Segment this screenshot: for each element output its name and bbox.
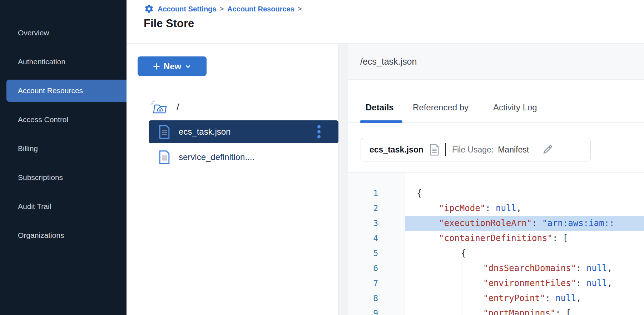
file-name-label: ecs_task.json xyxy=(370,145,423,155)
code-text: "dnsSearchDomains": null, xyxy=(405,261,644,276)
breadcrumb-separator: > xyxy=(220,5,224,13)
code-text: "environmentFiles": null, xyxy=(405,276,644,291)
file-usage-card: ecs_task.json File Usage: Manifest xyxy=(361,138,591,161)
sidebar-item-organizations[interactable]: Organizations xyxy=(0,224,127,246)
file-detail-panel: /ecs_task.json Details Referenced by Act… xyxy=(348,44,644,315)
code-lines: 1 { 2 "ipcMode": null, 3 "executionRoleA… xyxy=(348,186,644,315)
code-line: 7 "environmentFiles": null, xyxy=(348,276,644,291)
sidebar-item-authentication[interactable]: Authentication xyxy=(0,51,127,73)
chevron-down-icon xyxy=(184,63,192,70)
code-line-highlighted: 3 "executionRoleArn": "arn:aws:iam:: xyxy=(348,216,644,231)
root-folder-row[interactable]: / xyxy=(150,99,179,115)
code-line: 1 { xyxy=(348,186,644,201)
code-line: 9 "portMappings": [ xyxy=(348,306,644,315)
code-text: "ipcMode": null, xyxy=(405,201,644,216)
code-text: "containerDefinitions": [ xyxy=(405,231,644,246)
code-line: 8 "entryPoint": null, xyxy=(348,291,644,306)
code-text: { xyxy=(405,186,644,201)
file-row[interactable]: ecs_task.json xyxy=(149,120,338,143)
line-number: 3 xyxy=(348,216,405,231)
breadcrumb-link-account-resources[interactable]: Account Resources xyxy=(227,5,294,13)
pencil-icon[interactable] xyxy=(542,144,553,155)
gear-icon xyxy=(144,4,154,14)
sidebar-item-access-control[interactable]: Access Control xyxy=(0,109,127,131)
tab-referenced-by[interactable]: Referenced by xyxy=(413,102,469,112)
code-line: 4 "containerDefinitions": [ xyxy=(348,231,644,246)
sidebar-item-account-resources[interactable]: Account Resources xyxy=(6,80,127,102)
sidebar-item-billing[interactable]: Billing xyxy=(0,138,127,160)
file-browser-panel: New / ecs_task.json service_definition..… xyxy=(127,44,339,315)
tab-activity-log[interactable]: Activity Log xyxy=(493,102,537,112)
code-line: 6 "dnsSearchDomains": null, xyxy=(348,261,644,276)
line-number: 5 xyxy=(348,246,405,261)
line-number: 8 xyxy=(348,291,405,306)
code-text: "portMappings": [ xyxy=(405,306,644,315)
line-number: 1 xyxy=(348,186,405,201)
panel-divider xyxy=(339,44,348,315)
breadcrumb: Account Settings > Account Resources > xyxy=(144,3,302,15)
breadcrumb-link-account-settings[interactable]: Account Settings xyxy=(158,5,216,13)
sidebar-item-subscriptions[interactable]: Subscriptions xyxy=(0,166,127,189)
sidebar-nav: OverviewAuthenticationAccount ResourcesA… xyxy=(0,0,127,246)
sidebar: OverviewAuthenticationAccount ResourcesA… xyxy=(0,0,127,315)
line-number: 6 xyxy=(348,261,405,276)
new-button[interactable]: New xyxy=(138,56,207,76)
file-path-header: /ecs_task.json xyxy=(348,44,644,80)
sidebar-item-overview[interactable]: Overview xyxy=(0,22,127,44)
document-icon xyxy=(159,150,170,164)
document-icon xyxy=(430,144,439,156)
folder-home-icon xyxy=(150,100,167,115)
file-usage-value: Manifest xyxy=(498,145,529,155)
file-usage-label: File Usage: xyxy=(452,145,494,155)
code-text: "executionRoleArn": "arn:aws:iam:: xyxy=(405,216,644,231)
code-line: 2 "ipcMode": null, xyxy=(348,201,644,216)
code-text: { xyxy=(405,246,644,261)
tab-details[interactable]: Details xyxy=(366,102,394,112)
code-text: "entryPoint": null, xyxy=(405,291,644,306)
sidebar-item-audit-trail[interactable]: Audit Trail xyxy=(0,195,127,218)
code-line: 5 { xyxy=(348,246,644,261)
document-icon xyxy=(159,125,170,139)
divider xyxy=(445,143,446,156)
new-button-label: New xyxy=(164,61,181,71)
file-row[interactable]: service_definition.... xyxy=(149,146,338,168)
line-number: 9 xyxy=(348,306,405,315)
line-number: 4 xyxy=(348,231,405,246)
file-path-label: /ecs_task.json xyxy=(360,56,417,67)
page-title: File Store xyxy=(144,17,194,30)
plus-icon xyxy=(153,62,160,70)
file-name-label: ecs_task.json xyxy=(179,127,231,137)
breadcrumb-separator: > xyxy=(298,5,302,13)
line-number: 7 xyxy=(348,276,405,291)
kebab-menu-icon[interactable] xyxy=(317,124,321,140)
file-name-label: service_definition.... xyxy=(179,152,254,162)
active-tab-indicator xyxy=(360,120,402,123)
line-number: 2 xyxy=(348,201,405,216)
code-viewer[interactable]: 1 { 2 "ipcMode": null, 3 "executionRoleA… xyxy=(348,172,644,315)
root-path-label: / xyxy=(177,102,179,113)
